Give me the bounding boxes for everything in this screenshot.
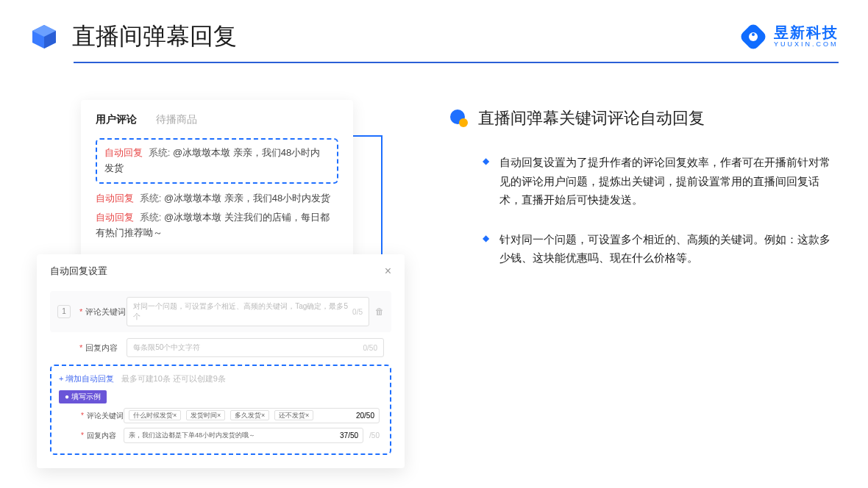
svg-point-5 <box>752 33 755 36</box>
comment-text: @冰墩墩本墩 亲亲，我们48小时内发货 <box>164 193 330 204</box>
bullet-text: 针对同一个问题，可设置多个相近的、高频的关键词。例如：这款多少钱、这块能优惠吗、… <box>499 230 831 268</box>
brand: 昱新科技 YUUXIN.COM <box>740 24 839 50</box>
example-reply-input[interactable]: 亲，我们这边都是下单48小时内发货的哦～ 37/50 <box>124 428 363 443</box>
delete-icon[interactable]: 🗑 <box>375 306 384 317</box>
reply-label: 回复内容 <box>85 342 127 354</box>
brand-name: 昱新科技 <box>774 25 839 40</box>
auto-reply-settings-modal: 自动回复设置 × 1 * 评论关键词 对同一个问题，可设置多个相近、高频的关键词… <box>37 254 405 468</box>
connector-line <box>353 135 383 137</box>
counter: 37/50 <box>340 431 358 439</box>
modal-title: 自动回复设置 <box>50 265 107 278</box>
required-icon: * <box>81 412 84 420</box>
required-icon: * <box>79 307 82 316</box>
reply-input[interactable]: 每条限50个中文字符 0/50 <box>127 338 384 357</box>
example-reply-text: 亲，我们这边都是下单48小时内发货的哦～ <box>129 431 255 440</box>
placeholder-text: 每条限50个中文字符 <box>133 342 200 353</box>
counter: 20/50 <box>356 412 374 420</box>
cube-icon <box>29 22 59 51</box>
highlighted-comment: 自动回复 系统: @冰墩墩本墩 亲亲，我们48小时内发货 <box>96 138 338 184</box>
example-badge: ● 填写示例 <box>59 390 107 403</box>
bullet-icon: ◆ <box>483 230 489 268</box>
page-title: 直播间弹幕回复 <box>72 21 740 53</box>
tab-pending-products[interactable]: 待播商品 <box>156 113 197 126</box>
tag-chip[interactable]: 什么时候发货× <box>129 410 181 420</box>
keyword-input[interactable]: 对同一个问题，可设置多个相近、高频的关键词，Tag确定，最多5个 0/5 <box>127 297 369 326</box>
tab-user-comments[interactable]: 用户评论 <box>96 113 137 126</box>
example-section: + 增加自动回复 最多可建10条 还可以创建9条 ● 填写示例 * 评论关键词 … <box>50 365 391 455</box>
auto-reply-badge: 自动回复 <box>96 193 134 204</box>
system-label: 系统: <box>140 193 162 204</box>
tag-chip[interactable]: 多久发货× <box>230 410 269 420</box>
tag-chip[interactable]: 还不发货× <box>274 410 313 420</box>
system-label: 系统: <box>149 147 171 158</box>
add-hint: 最多可建10条 还可以创建9条 <box>121 374 226 383</box>
brand-url: YUUXIN.COM <box>774 40 839 49</box>
bullet-text: 自动回复设置为了提升作者的评论回复效率，作者可在开播前针对常见的评论用户问题，提… <box>499 153 831 209</box>
svg-point-7 <box>459 118 468 127</box>
brand-logo-icon <box>740 24 766 50</box>
chat-bubble-icon <box>449 108 469 129</box>
keyword-label: 评论关键词 <box>85 306 127 317</box>
bullet-icon: ◆ <box>483 153 489 209</box>
auto-reply-badge: 自动回复 <box>104 147 143 158</box>
close-icon[interactable]: × <box>385 265 391 278</box>
required-icon: * <box>79 343 82 352</box>
example-keyword-label: 评论关键词 <box>87 411 124 421</box>
counter: 0/50 <box>363 344 377 352</box>
feature-title: 直播间弹幕关键词评论自动回复 <box>478 107 705 129</box>
tag-chip[interactable]: 发货时间× <box>186 410 225 420</box>
counter: 0/5 <box>352 308 363 316</box>
example-reply-label: 回复内容 <box>87 431 124 441</box>
rule-index: 1 <box>57 305 71 318</box>
outer-counter: /50 <box>369 431 380 439</box>
required-icon: * <box>81 431 84 439</box>
placeholder-text: 对同一个问题，可设置多个相近、高频的关键词，Tag确定，最多5个 <box>133 301 352 322</box>
add-auto-reply-link[interactable]: + 增加自动回复 <box>59 374 114 383</box>
auto-reply-badge: 自动回复 <box>96 212 134 223</box>
system-label: 系统: <box>140 212 162 223</box>
comments-card: 用户评论 待播商品 自动回复 系统: @冰墩墩本墩 亲亲，我们48小时内发货 自… <box>81 100 353 260</box>
example-keyword-input[interactable]: 什么时候发货× 发货时间× 多久发货× 还不发货× 20/50 <box>124 408 380 423</box>
